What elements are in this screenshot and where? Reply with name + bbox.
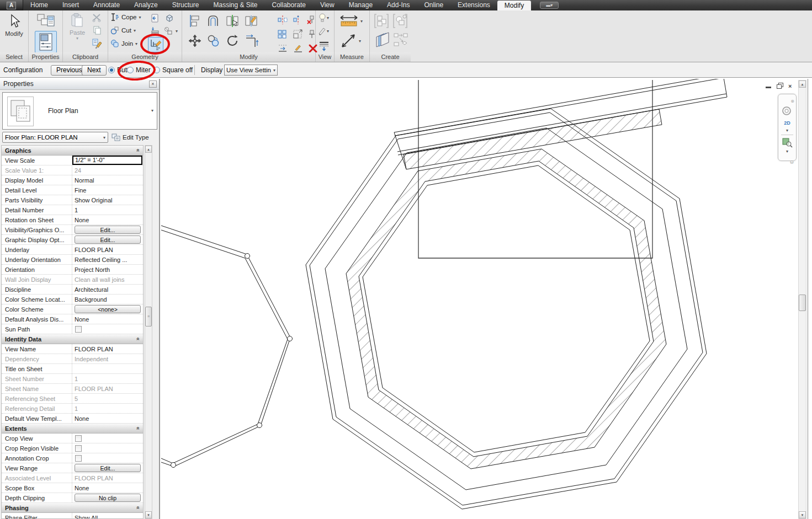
ribbon-state-toggle-button[interactable]: ▬▾ xyxy=(540,2,559,9)
panel-caption-select[interactable]: Select xyxy=(0,52,28,62)
copy-button[interactable] xyxy=(93,25,102,35)
create-assembly-button[interactable] xyxy=(392,13,408,29)
panel-caption-create[interactable]: Create xyxy=(370,52,411,62)
type-selector[interactable]: Floor Plan ▾ xyxy=(2,92,157,130)
property-value[interactable]: 5 xyxy=(72,395,143,402)
legend-component-button[interactable] xyxy=(393,33,408,48)
view-graphics-button[interactable]: ▾ xyxy=(318,26,329,36)
pin-button[interactable] xyxy=(308,29,316,39)
scroll-down-button[interactable]: ▼ xyxy=(145,511,152,518)
offset-button[interactable] xyxy=(206,14,221,28)
cut-profile-button[interactable] xyxy=(164,13,174,23)
property-value[interactable]: Architectural xyxy=(72,286,143,293)
create-parts-button[interactable] xyxy=(373,31,391,49)
wall-endpoint-node[interactable] xyxy=(171,463,176,468)
scale-button[interactable] xyxy=(293,29,304,39)
left-wall-path[interactable] xyxy=(161,226,293,468)
property-value[interactable]: FLOOR PLAN xyxy=(72,346,143,352)
split-with-gap-button[interactable] xyxy=(244,14,258,28)
property-checkbox[interactable] xyxy=(75,435,82,442)
tab-add-ins[interactable]: Add-Ins xyxy=(380,0,417,10)
property-value[interactable]: None xyxy=(72,217,143,223)
match-type-properties-button[interactable] xyxy=(92,38,103,49)
properties-scrollbar[interactable]: ▲ ≡ ▼ xyxy=(145,145,152,519)
type-properties-button[interactable] xyxy=(35,13,56,29)
instance-selector-dropdown[interactable]: Floor Plan: FLOOR PLAN ▾ xyxy=(2,132,108,143)
scroll-up-button[interactable]: ▲ xyxy=(145,146,152,153)
trim-extend-button[interactable] xyxy=(244,34,258,48)
wall-outer-ring-line-1[interactable] xyxy=(306,109,707,509)
canvas-scroll-down-button[interactable]: ▼ xyxy=(799,511,806,518)
collapse-chevron-icon[interactable]: » xyxy=(135,149,141,152)
properties-close-button[interactable]: × xyxy=(149,81,157,88)
section-header-phasing[interactable]: Phasing» xyxy=(2,503,143,513)
property-button[interactable]: <none> xyxy=(75,305,141,313)
thin-lines-button[interactable] xyxy=(319,40,330,51)
view-graphics-caret-icon[interactable]: ▾ xyxy=(327,29,329,34)
property-button[interactable]: No clip xyxy=(75,494,141,502)
window-restore-button[interactable] xyxy=(777,83,784,89)
property-value[interactable]: FLOOR PLAN xyxy=(72,475,143,481)
cut-geometry-button[interactable]: Cut ▾ xyxy=(110,26,136,35)
view-lighting-button[interactable]: ▾ xyxy=(318,13,329,23)
canvas-scroll-up-button[interactable]: ▲ xyxy=(799,81,806,88)
property-value[interactable]: Show Original xyxy=(72,197,143,204)
property-value[interactable]: Normal xyxy=(72,177,143,184)
tab-annotate[interactable]: Annotate xyxy=(86,0,127,10)
align-button[interactable] xyxy=(188,14,202,28)
tab-modify[interactable]: Modify xyxy=(497,1,531,10)
join-geometry-button[interactable]: Join ▾ xyxy=(110,39,137,48)
property-value[interactable]: 1 xyxy=(72,376,143,382)
canvas-scrollbar[interactable]: ▲ ▼ xyxy=(798,80,806,519)
property-checkbox[interactable] xyxy=(75,445,82,452)
radio-butt[interactable]: Butt xyxy=(108,66,129,74)
drawing-area[interactable]: × ⊗ 2D ▾ ▾ xyxy=(161,79,812,519)
navbar-close-icon[interactable]: ⊗ xyxy=(790,99,794,104)
tab-home[interactable]: Home xyxy=(23,0,55,10)
properties-palette-header[interactable]: Properties × xyxy=(0,79,159,90)
collapse-chevron-icon[interactable]: » xyxy=(135,427,141,430)
wall-endpoint-node[interactable] xyxy=(288,336,293,341)
section-header-identity-data[interactable]: Identity Data» xyxy=(2,334,143,344)
geometry-extra-caret-icon[interactable]: ▾ xyxy=(176,29,178,34)
property-value[interactable]: Reflected Ceiling ... xyxy=(72,256,143,263)
apply-coping-button[interactable] xyxy=(150,13,160,23)
wall-core-outer-line[interactable] xyxy=(346,149,666,469)
array-button[interactable] xyxy=(277,29,288,39)
move-button[interactable] xyxy=(188,34,202,48)
zoom-region-button[interactable] xyxy=(778,137,796,148)
tab-online[interactable]: Online xyxy=(417,0,450,10)
application-menu-button[interactable]: A xyxy=(0,0,23,10)
measure-between-caret-icon[interactable]: ▾ xyxy=(359,39,361,44)
property-value[interactable]: None xyxy=(72,485,143,491)
measure-caret-icon[interactable]: ▾ xyxy=(360,19,363,24)
demolish-button[interactable] xyxy=(163,26,173,35)
tab-view[interactable]: View xyxy=(313,0,342,10)
measure-button[interactable]: ▾ xyxy=(339,14,363,28)
tab-collaborate[interactable]: Collaborate xyxy=(265,0,313,10)
window-close-button[interactable]: × xyxy=(788,83,795,89)
cope-button[interactable]: Cope ▾ xyxy=(110,13,141,22)
tab-massing-site[interactable]: Massing & Site xyxy=(206,0,264,10)
property-button[interactable]: Edit... xyxy=(75,464,141,472)
collapse-chevron-icon[interactable]: » xyxy=(135,338,141,341)
wall-endpoint-node[interactable] xyxy=(257,423,262,428)
paste-dropdown-caret-icon[interactable]: ▾ xyxy=(76,36,78,41)
tab-manage[interactable]: Manage xyxy=(342,0,380,10)
property-value[interactable]: Show All xyxy=(72,515,143,519)
property-value[interactable]: FLOOR PLAN xyxy=(72,247,143,253)
property-button[interactable]: Edit... xyxy=(75,226,141,234)
join-caret-icon[interactable]: ▾ xyxy=(135,41,137,46)
property-value[interactable]: Fine xyxy=(72,187,143,194)
tab-insert[interactable]: Insert xyxy=(55,0,86,10)
property-value[interactable]: None xyxy=(72,316,143,323)
create-group-button[interactable] xyxy=(373,13,390,29)
panel-caption-measure[interactable]: Measure xyxy=(335,52,369,62)
steering-wheel-button[interactable]: 2D xyxy=(778,106,796,127)
measure-between-refs-button[interactable]: ▾ xyxy=(340,33,361,49)
split-element-button[interactable] xyxy=(225,14,240,28)
next-button[interactable]: Next xyxy=(82,65,107,76)
tab-structure[interactable]: Structure xyxy=(165,0,206,10)
cut-button[interactable] xyxy=(92,13,102,22)
property-value[interactable]: 1 xyxy=(72,405,143,412)
